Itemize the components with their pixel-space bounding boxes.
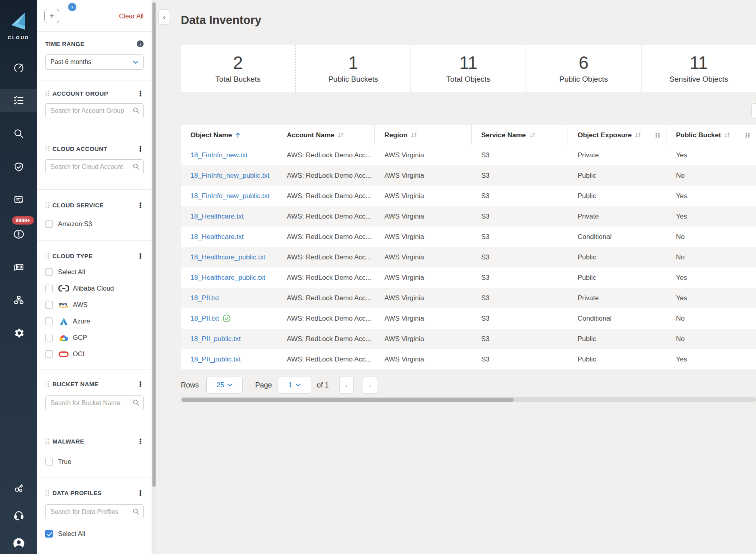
object-name-link[interactable]: 18_Healthcare.txt — [190, 213, 244, 221]
cloud-type-select-all[interactable]: Select All — [45, 264, 144, 280]
time-range-select[interactable]: Past 6 months — [45, 54, 144, 70]
table-horizontal-scrollbar[interactable] — [181, 397, 756, 402]
kebab-menu-icon[interactable]: ••• — [137, 90, 144, 96]
checkbox[interactable] — [45, 458, 53, 466]
scrollbar-thumb[interactable] — [182, 398, 514, 402]
nav-alerts[interactable] — [0, 223, 37, 246]
drag-handle-icon[interactable] — [45, 438, 49, 444]
checkbox[interactable] — [45, 268, 53, 276]
previous-page-button[interactable]: ‹ — [339, 377, 354, 393]
cloud-type-option-alibaba[interactable]: Alibaba Cloud — [45, 280, 144, 297]
column-header-public-bucket[interactable]: Public Bucket — [666, 125, 756, 145]
cloud-type-option-oci[interactable]: OCI — [45, 346, 144, 362]
filter-panel-scrollbar[interactable] — [152, 0, 156, 554]
cloud-type-option-azure[interactable]: Azure — [45, 313, 144, 329]
column-header-service-name[interactable]: Service Name — [472, 125, 568, 145]
checkbox[interactable] — [45, 317, 53, 325]
filter-section-account-group: ACCOUNT GROUP ••• — [37, 80, 152, 133]
add-filter-button[interactable]: + — [44, 9, 59, 23]
nav-inventory[interactable] — [0, 89, 37, 112]
nav-support[interactable] — [0, 504, 37, 527]
table-row[interactable]: 18_Healthcare_public.txt AWS: RedLock De… — [181, 247, 756, 267]
nav-investigate[interactable] — [0, 122, 37, 145]
next-page-button[interactable]: › — [363, 377, 377, 393]
object-exposure-cell: Public — [568, 329, 666, 349]
drag-handle-icon[interactable] — [45, 490, 49, 496]
checkbox[interactable] — [45, 220, 53, 228]
drag-handle-icon[interactable] — [45, 253, 49, 259]
data-inventory-table: Object Name Account Name Region Service … — [181, 125, 756, 369]
table-row[interactable]: 18_PII.txt AWS: RedLock Demo Acc... AWS … — [181, 288, 756, 308]
cloud-account-search-input[interactable] — [45, 159, 144, 174]
checkbox[interactable] — [45, 350, 53, 358]
nav-compliance[interactable] — [0, 156, 37, 179]
kebab-menu-icon[interactable]: ••• — [137, 490, 144, 496]
kebab-menu-icon[interactable]: ••• — [137, 202, 144, 208]
object-name-link[interactable]: 18_PII_public.txt — [190, 335, 241, 343]
drag-handle-icon[interactable] — [45, 381, 49, 387]
kebab-menu-icon[interactable]: ••• — [137, 438, 144, 444]
object-name-link[interactable]: 18_Healthcare.txt — [190, 233, 244, 241]
drag-handle-icon[interactable] — [45, 146, 49, 152]
data-profiles-select-all[interactable]: Select All — [45, 526, 144, 542]
table-row[interactable]: 18_FinInfo_new_public.txt AWS: RedLock D… — [181, 186, 756, 206]
kebab-menu-icon[interactable]: ••• — [137, 253, 144, 259]
object-name-link[interactable]: 18_FinInfo_new_public.txt — [190, 192, 270, 200]
object-name-link[interactable]: 18_PII.txt — [190, 294, 219, 302]
column-header-account-name[interactable]: Account Name — [277, 125, 375, 145]
info-icon[interactable]: i — [137, 40, 144, 47]
checkbox[interactable] — [45, 285, 53, 292]
collapse-filters-button[interactable]: ‹ — [158, 9, 170, 25]
checkbox[interactable] — [45, 301, 53, 309]
nav-settings[interactable] — [0, 321, 37, 345]
object-name-link[interactable]: 18_FinInfo_new.txt — [190, 151, 248, 159]
column-label: Object Exposure — [578, 131, 632, 139]
column-header-object-exposure[interactable]: Object Exposure — [568, 125, 666, 145]
table-row[interactable]: 18_FinInfo_new_public.txt AWS: RedLock D… — [181, 165, 756, 186]
cloud-type-option-gcp[interactable]: GCP — [45, 329, 144, 346]
table-row[interactable]: 18_PII_public.txt AWS: RedLock Demo Acc.… — [181, 329, 756, 349]
column-header-object-name[interactable]: Object Name — [181, 125, 277, 145]
nav-dashboard[interactable] — [0, 56, 37, 79]
table-settings-edge-button[interactable] — [751, 103, 756, 118]
checkbox[interactable] — [45, 334, 53, 341]
table-row[interactable]: 18_FinInfo_new.txt AWS: RedLock Demo Acc… — [181, 145, 756, 165]
table-row[interactable]: 18_Healthcare.txt AWS: RedLock Demo Acc.… — [181, 227, 756, 247]
bucket-name-search-input[interactable] — [45, 395, 144, 410]
object-name-link[interactable]: 18_PII_public.txt — [190, 355, 241, 363]
column-drag-icon[interactable] — [655, 132, 660, 138]
scrollbar-thumb[interactable] — [152, 2, 156, 487]
table-row[interactable]: 18_PII_public.txt AWS: RedLock Demo Acc.… — [181, 349, 756, 369]
kebab-menu-icon[interactable]: ••• — [137, 381, 144, 387]
nav-reports[interactable] — [0, 189, 37, 212]
panel-collapse-badge[interactable]: › — [67, 2, 77, 12]
object-name-link[interactable]: 18_Healthcare_public.txt — [190, 253, 265, 261]
column-header-region[interactable]: Region — [375, 125, 472, 145]
page-number-select[interactable]: 1 — [278, 377, 311, 393]
drag-handle-icon[interactable] — [45, 202, 49, 208]
malware-option-true[interactable]: True — [45, 454, 144, 470]
table-row[interactable]: 18_Healthcare.txt AWS: RedLock Demo Acc.… — [181, 206, 756, 227]
public-bucket-cell: Yes — [666, 349, 756, 369]
nav-compute[interactable] — [0, 255, 37, 279]
prisma-cloud-logo[interactable]: CLOUD — [0, 12, 37, 40]
rows-per-page-select[interactable]: 25 — [206, 377, 243, 393]
object-name-link[interactable]: 18_FinInfo_new_public.txt — [190, 172, 270, 180]
nav-access-keys[interactable] — [0, 476, 37, 499]
table-row[interactable]: 18_Healthcare_public.txt AWS: RedLock De… — [181, 267, 756, 288]
nav-network[interactable] — [0, 289, 37, 312]
checkbox-checked[interactable] — [45, 530, 53, 538]
object-name-link[interactable]: 18_Healthcare_public.txt — [190, 274, 265, 282]
drag-handle-icon[interactable] — [45, 90, 49, 96]
page-label: Page — [255, 381, 272, 389]
account-group-search-input[interactable] — [45, 103, 144, 118]
table-row[interactable]: 18_PII.txt AWS: RedLock Demo Acc... AWS … — [181, 308, 756, 329]
column-drag-icon[interactable] — [745, 132, 750, 138]
cloud-type-option-aws[interactable]: aws AWS — [45, 297, 144, 313]
clear-all-filters-link[interactable]: Clear All — [119, 12, 144, 20]
data-profiles-search-input[interactable] — [45, 504, 144, 519]
object-name-link[interactable]: 18_PII.txt — [190, 315, 219, 323]
kebab-menu-icon[interactable]: ••• — [137, 146, 144, 152]
nav-profile[interactable] — [0, 532, 37, 554]
cloud-service-option-amazon-s3[interactable]: Amazon S3 — [45, 216, 144, 232]
